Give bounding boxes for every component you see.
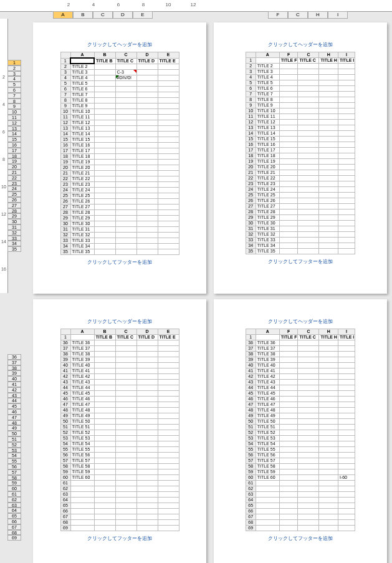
cell[interactable] xyxy=(94,503,115,509)
cell[interactable] xyxy=(115,81,136,87)
col-header-C[interactable]: C xyxy=(93,11,113,19)
cell[interactable] xyxy=(319,209,338,215)
cell[interactable] xyxy=(136,436,158,441)
cell[interactable] xyxy=(115,148,136,154)
header-cell[interactable]: TITLE E xyxy=(158,58,179,64)
cell[interactable] xyxy=(298,436,319,441)
cell[interactable]: TITLE 28 xyxy=(70,210,94,216)
cell[interactable] xyxy=(136,188,158,193)
col-header-F[interactable]: F xyxy=(268,11,288,19)
cell[interactable] xyxy=(158,165,179,171)
cell[interactable] xyxy=(158,520,179,526)
cell[interactable] xyxy=(338,153,355,159)
cell[interactable] xyxy=(94,481,115,486)
row-header-42[interactable]: 42 xyxy=(7,387,21,393)
cell[interactable] xyxy=(158,447,179,453)
cell[interactable] xyxy=(94,75,115,81)
row-header-4[interactable]: 4 xyxy=(7,76,21,82)
cell[interactable] xyxy=(298,125,319,131)
cell[interactable] xyxy=(70,486,94,492)
cell[interactable] xyxy=(115,481,136,486)
header-cell[interactable]: TITLE F xyxy=(279,335,298,340)
cell[interactable]: TITLE 52 xyxy=(256,430,279,436)
cell[interactable] xyxy=(70,526,94,531)
row-no[interactable]: 25 xyxy=(246,193,256,198)
cell[interactable]: TITLE 15 xyxy=(70,137,94,143)
cell[interactable]: TITLE 16 xyxy=(70,143,94,148)
cell[interactable] xyxy=(338,492,355,498)
row-no[interactable]: 21 xyxy=(246,170,256,176)
cell[interactable] xyxy=(136,340,158,346)
row-no[interactable]: 50 xyxy=(246,419,256,425)
cell[interactable] xyxy=(136,408,158,413)
header-cell[interactable] xyxy=(256,335,279,340)
cell[interactable] xyxy=(298,464,319,469)
cell[interactable] xyxy=(298,441,319,447)
cell[interactable] xyxy=(298,92,319,97)
cell[interactable] xyxy=(279,447,298,453)
cell[interactable] xyxy=(136,227,158,233)
cell[interactable] xyxy=(338,526,355,531)
cell[interactable]: TITLE 31 xyxy=(256,226,279,232)
cell[interactable] xyxy=(94,441,115,447)
row-no[interactable]: 16 xyxy=(246,142,256,148)
cell[interactable] xyxy=(115,188,136,193)
cell[interactable] xyxy=(158,210,179,216)
cell[interactable] xyxy=(338,204,355,209)
cell[interactable] xyxy=(158,486,179,492)
cell[interactable] xyxy=(158,408,179,413)
cell[interactable] xyxy=(279,430,298,436)
row-no[interactable]: 37 xyxy=(246,346,256,352)
cell[interactable] xyxy=(298,368,319,374)
cell[interactable] xyxy=(136,148,158,154)
cell[interactable] xyxy=(319,75,338,80)
col-C[interactable]: C xyxy=(115,52,136,59)
row-no[interactable]: 29 xyxy=(246,215,256,221)
row-no[interactable]: 10 xyxy=(246,108,256,114)
cell[interactable]: TITLE 34 xyxy=(256,243,279,249)
col-A[interactable]: A xyxy=(70,329,94,335)
cell[interactable] xyxy=(319,486,338,492)
cell[interactable] xyxy=(338,221,355,226)
cell[interactable] xyxy=(338,80,355,86)
row-header-21[interactable]: 21 xyxy=(7,170,21,175)
row-header-56[interactable]: 56 xyxy=(7,464,21,469)
cell[interactable] xyxy=(94,238,115,244)
row-no[interactable]: 44 xyxy=(246,385,256,391)
cell[interactable] xyxy=(338,131,355,137)
corner-cell[interactable] xyxy=(246,52,256,58)
cell[interactable]: TITLE 29 xyxy=(256,215,279,221)
cell[interactable] xyxy=(136,374,158,380)
cell[interactable] xyxy=(115,402,136,408)
cell[interactable] xyxy=(338,357,355,363)
row-no[interactable]: 42 xyxy=(60,374,70,380)
cell[interactable]: TITLE 35 xyxy=(256,249,279,254)
cell[interactable] xyxy=(279,125,298,131)
cell[interactable] xyxy=(136,216,158,221)
cell[interactable] xyxy=(136,75,158,81)
row-header-53[interactable]: 53 xyxy=(7,448,21,453)
cell[interactable] xyxy=(279,509,298,514)
cell[interactable] xyxy=(136,109,158,115)
cell[interactable]: TITLE 24 xyxy=(70,188,94,193)
cell[interactable] xyxy=(319,170,338,176)
row-no[interactable]: 5 xyxy=(60,81,70,87)
cell[interactable] xyxy=(136,137,158,143)
cell[interactable] xyxy=(298,131,319,137)
cell[interactable]: TITLE 9 xyxy=(256,103,279,108)
cell[interactable] xyxy=(338,340,355,346)
col-H[interactable]: H xyxy=(319,52,338,58)
cell[interactable] xyxy=(158,182,179,188)
row-no[interactable]: 39 xyxy=(246,357,256,363)
cell[interactable] xyxy=(136,363,158,368)
grid-page-1[interactable]: ABCDE1TITLE BTITLE CTITLE DTITLE E2TITLE… xyxy=(60,52,179,255)
cell[interactable] xyxy=(94,188,115,193)
cell[interactable] xyxy=(338,520,355,526)
row-header-37[interactable]: 37 xyxy=(7,360,21,365)
cell[interactable] xyxy=(158,430,179,436)
cell[interactable] xyxy=(338,408,355,413)
cell[interactable] xyxy=(115,391,136,397)
cell[interactable] xyxy=(298,526,319,531)
cell[interactable] xyxy=(115,453,136,458)
cell[interactable] xyxy=(70,509,94,514)
